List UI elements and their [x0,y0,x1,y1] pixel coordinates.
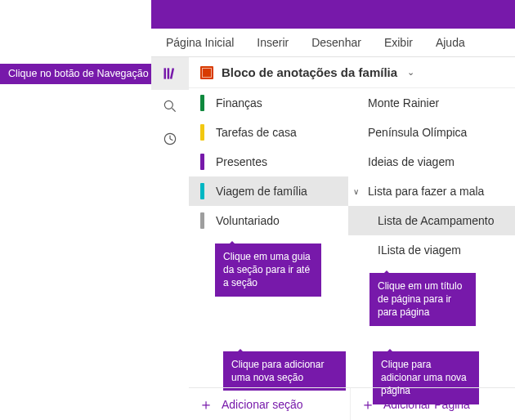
section-label: Presentes [216,155,267,168]
page-label: Península Olímpica [368,126,467,139]
page-item[interactable]: ∨ Lista para fazer a mala [348,176,515,206]
add-page-label: Adicionar Página [383,398,470,411]
callout-nav-button: Clique no botão de Navegação [0,64,157,84]
tab-draw[interactable]: Desenhar [311,36,361,49]
notebook-title: Bloco de anotações da família [222,65,397,79]
add-section-label: Adicionar seção [222,398,303,411]
section-item[interactable]: Finanças [189,88,348,118]
section-item[interactable]: Tarefas de casa [189,118,348,147]
title-bar [151,0,515,29]
section-item[interactable]: Viagem de família [189,176,348,206]
section-label: Finanças [216,96,262,109]
svg-rect-1 [168,68,170,78]
svg-point-3 [164,101,172,109]
add-section-button[interactable]: ＋ Adicionar seção [189,388,350,420]
nav-rail [151,57,189,420]
page-label: Lista para fazer a mala [368,185,484,198]
section-item[interactable]: Voluntariado [189,206,348,235]
page-item[interactable]: Lista de Acampamento [348,206,515,235]
section-color-tab [200,95,204,111]
section-label: Viagem de família [216,185,307,198]
books-icon [162,65,178,82]
page-item[interactable]: ILista de viagem [348,235,515,265]
recent-button[interactable] [151,123,189,155]
notebook-picker[interactable]: Bloco de anotações da família ⌄ [189,57,515,88]
add-row: ＋ Adicionar seção ＋ Adicionar Página [189,387,515,420]
section-label: Tarefas de casa [216,126,297,139]
ribbon-tabs: Página Inicial Inserir Desenhar Exibir A… [151,29,515,57]
pages-list: Monte Rainier Península Olímpica Ideias … [348,88,515,391]
page-item[interactable]: Ideias de viagem [348,147,515,176]
section-item[interactable]: Presentes [189,147,348,176]
page-item[interactable]: Monte Rainier [348,88,515,118]
chevron-down-icon[interactable]: ∨ [353,187,359,196]
plus-icon: ＋ [360,397,375,412]
add-page-button[interactable]: ＋ Adicionar Página [350,388,515,420]
callout-section-tab: Clique em uma guia da seção para ir até … [215,244,321,297]
page-label: ILista de viagem [378,244,461,257]
svg-rect-2 [170,68,174,79]
page-label: Lista de Acampamento [378,214,494,227]
section-color-tab [200,154,204,170]
tab-home[interactable]: Página Inicial [166,36,234,49]
svg-line-4 [172,109,176,112]
section-color-tab [200,212,204,229]
callout-add-section: Clique para adicionar uma nova seção [223,351,346,391]
tab-view[interactable]: Exibir [384,36,413,49]
callout-page-title: Clique em um título de página para ir pa… [369,273,476,326]
page-label: Ideias de viagem [368,155,455,168]
notebook-icon [200,66,213,79]
plus-icon: ＋ [199,397,213,412]
section-label: Voluntariado [216,214,280,227]
tab-insert[interactable]: Inserir [257,36,289,49]
page-label: Monte Rainier [368,96,439,109]
nav-button[interactable] [151,57,189,90]
sections-list: Finanças Tarefas de casa Presentes Viage… [189,88,348,391]
search-icon [162,98,178,114]
search-button[interactable] [151,90,189,123]
chevron-down-icon: ⌄ [407,67,414,78]
section-color-tab [200,183,204,199]
clock-icon [162,131,178,147]
svg-rect-0 [164,68,167,78]
page-item[interactable]: Península Olímpica [348,118,515,147]
svg-line-7 [170,139,172,141]
section-color-tab [200,124,204,141]
tab-help[interactable]: Ajuda [436,36,465,49]
